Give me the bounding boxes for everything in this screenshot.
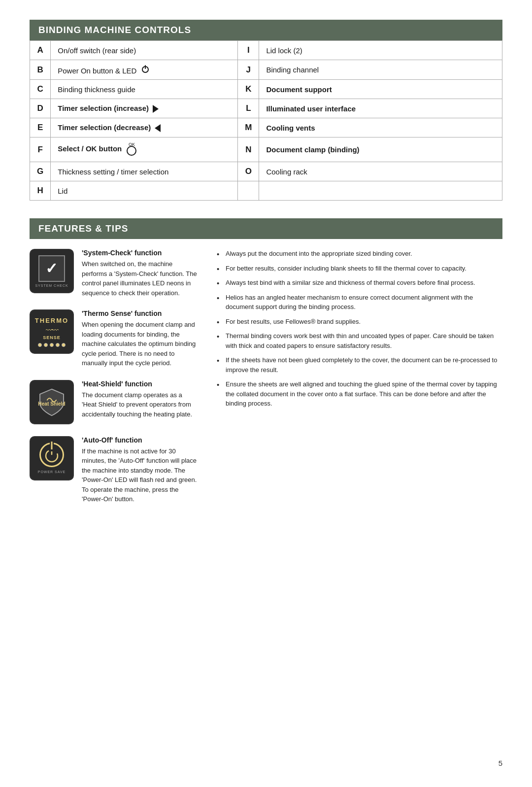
thermo-dot-3 (50, 343, 54, 347)
features-body: ✓ SYSTEM CHECK 'System-Check' function W… (30, 249, 502, 516)
desc-o: Cooling rack (259, 162, 502, 181)
power-line-top (51, 442, 52, 449)
thermo-sense-desc: When opening the document clamp and load… (82, 320, 197, 368)
power-save-inner: POWER SAVE (38, 443, 66, 474)
letter-o: O (238, 162, 259, 181)
system-check-title: 'System-Check' function (82, 249, 197, 257)
table-row: F Select / OK button OK N Document clamp… (30, 137, 502, 162)
letter-i: I (238, 41, 259, 60)
desc-d: Timer selection (increase) (51, 99, 238, 118)
thermo-sense-label: SENSE (43, 335, 61, 340)
desc-l: Illuminated user interface (259, 99, 502, 118)
thermo-dots (38, 343, 66, 347)
desc-g: Thickness setting / timer selection (51, 162, 238, 181)
power-save-label: POWER SAVE (38, 470, 66, 474)
arrow-right-icon (153, 105, 159, 113)
letter-h: H (30, 181, 51, 201)
thermo-dot-2 (44, 343, 48, 347)
power-on-icon (141, 65, 150, 75)
feature-heat-shield: Heat Shield 'Heat-Shield' function The d… (30, 380, 197, 424)
tips-list: Always put the document into the appropr… (217, 249, 502, 409)
letter-n: N (238, 137, 259, 162)
system-check-square: ✓ (38, 255, 65, 282)
tip-6: Thermal binding covers work best with th… (217, 331, 502, 350)
desc-i: Lid lock (2) (259, 41, 502, 60)
desc-c: Binding thickness guide (51, 80, 238, 99)
letter-a: A (30, 41, 51, 60)
controls-table: A On/off switch (rear side) I Lid lock (… (30, 40, 502, 201)
power-save-icon-box: POWER SAVE (30, 436, 74, 480)
tip-2: For better results, consider including b… (217, 264, 502, 274)
auto-off-title: 'Auto-Off' function (82, 436, 197, 444)
page-number: 5 (499, 759, 502, 767)
thermo-top-label: THERMO (35, 317, 68, 324)
features-right-column: Always put the document into the appropr… (217, 249, 502, 516)
thermo-dot-5 (62, 343, 66, 347)
desc-m: Cooling vents (259, 118, 502, 137)
table-row: C Binding thickness guide K Document sup… (30, 80, 502, 99)
thermo-sense-inner: THERMO 〰〰 SENSE (35, 317, 68, 347)
desc-empty (259, 181, 502, 201)
system-check-desc: When switched on, the machine performs a… (82, 259, 197, 298)
checkmark-icon: ✓ (45, 261, 58, 276)
svg-text:Heat Shield: Heat Shield (38, 401, 65, 406)
auto-off-text: 'Auto-Off' function If the machine is no… (82, 436, 197, 504)
heat-shield-inner: Heat Shield (37, 387, 66, 417)
features-section: FEATURES & TIPS ✓ SYSTEM CHECK 'System-C… (30, 218, 502, 516)
arrow-left-icon (155, 124, 161, 132)
tip-4: Helios has an angled heater mechanism to… (217, 293, 502, 312)
tip-7: If the sheets have not been glued comple… (217, 355, 502, 375)
letter-e: E (30, 118, 51, 137)
table-row: B Power On button & LED J Binding channe… (30, 60, 502, 80)
desc-b: Power On button & LED (51, 60, 238, 80)
thermo-dot-1 (38, 343, 42, 347)
binding-controls-section: BINDING MACHINE CONTROLS A On/off switch… (30, 20, 502, 201)
auto-off-desc: If the machine is not active for 30 minu… (82, 446, 197, 504)
tip-3: Always test bind with a similar size and… (217, 278, 502, 288)
letter-m: M (238, 118, 259, 137)
letter-g: G (30, 162, 51, 181)
system-check-inner: ✓ SYSTEM CHECK (35, 255, 68, 287)
feature-auto-off: POWER SAVE 'Auto-Off' function If the ma… (30, 436, 197, 504)
features-left-column: ✓ SYSTEM CHECK 'System-Check' function W… (30, 249, 197, 516)
power-save-circle-icon (39, 443, 64, 467)
tip-1: Always put the document into the appropr… (217, 249, 502, 259)
table-row: H Lid (30, 181, 502, 201)
heat-shield-title: 'Heat-Shield' function (82, 380, 197, 388)
desc-k: Document support (259, 80, 502, 99)
thermo-wavy-icon: 〰〰 (46, 326, 58, 334)
table-row: D Timer selection (increase) L Illuminat… (30, 99, 502, 118)
system-check-icon-box: ✓ SYSTEM CHECK (30, 249, 74, 293)
heat-shield-desc: The document clamp operates as a 'Heat S… (82, 390, 197, 419)
features-title: FEATURES & TIPS (30, 218, 502, 239)
feature-system-check: ✓ SYSTEM CHECK 'System-Check' function W… (30, 249, 197, 298)
heat-shield-svg: Heat Shield (37, 387, 66, 417)
letter-k: K (238, 80, 259, 99)
tip-5: For best results, use Fellowes® brand su… (217, 317, 502, 327)
system-check-label: SYSTEM CHECK (35, 284, 68, 287)
desc-j: Binding channel (259, 60, 502, 80)
letter-d: D (30, 99, 51, 118)
table-row: G Thickness setting / timer selection O … (30, 162, 502, 181)
ok-button-icon: OK (127, 142, 136, 157)
heat-shield-icon-box: Heat Shield (30, 380, 74, 424)
desc-a: On/off switch (rear side) (51, 41, 238, 60)
desc-h: Lid (51, 181, 238, 201)
desc-n: Document clamp (binding) (259, 137, 502, 162)
table-row: A On/off switch (rear side) I Lid lock (… (30, 41, 502, 60)
thermo-sense-title: 'Thermo Sense' function (82, 309, 197, 317)
thermo-sense-text: 'Thermo Sense' function When opening the… (82, 309, 197, 368)
letter-b: B (30, 60, 51, 80)
table-row: E Timer selection (decrease) M Cooling v… (30, 118, 502, 137)
feature-thermo-sense: THERMO 〰〰 SENSE 'Thermo Sense' funct (30, 309, 197, 368)
letter-c: C (30, 80, 51, 99)
letter-l: L (238, 99, 259, 118)
binding-controls-title: BINDING MACHINE CONTROLS (30, 20, 502, 40)
letter-empty (238, 181, 259, 201)
tip-8: Ensure the sheets are well aligned and t… (217, 379, 502, 409)
desc-e: Timer selection (decrease) (51, 118, 238, 137)
heat-shield-text: 'Heat-Shield' function The document clam… (82, 380, 197, 419)
letter-j: J (238, 60, 259, 80)
thermo-sense-icon-box: THERMO 〰〰 SENSE (30, 309, 74, 354)
letter-f: F (30, 137, 51, 162)
